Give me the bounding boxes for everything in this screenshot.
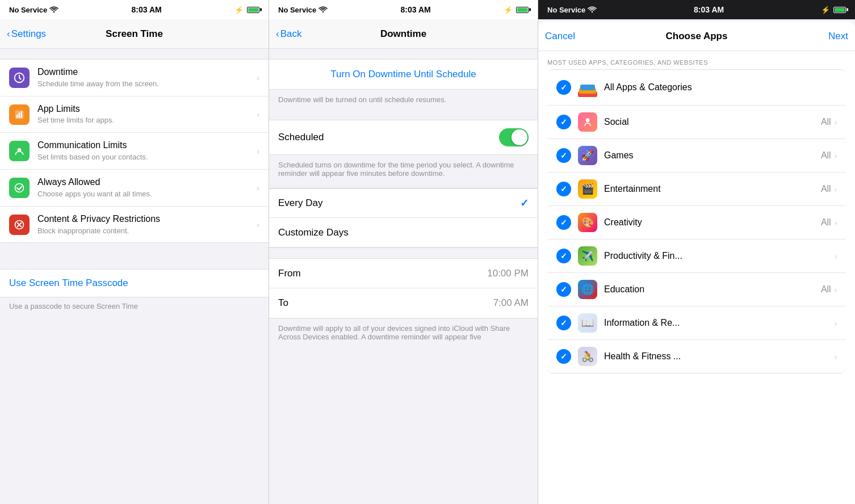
time-1: 8:03 AM (132, 5, 162, 14)
bottom-desc: Downtime will apply to all of your devic… (269, 318, 538, 347)
status-right-3: ⚡ (821, 6, 846, 14)
passcode-link[interactable]: Use Screen Time Passcode (0, 269, 269, 297)
communication-title: Communication Limits (37, 140, 252, 152)
check-health: ✓ (556, 349, 571, 364)
signal-text-1: No Service (9, 6, 47, 14)
list-item-downtime[interactable]: Downtime Schedule time away from the scr… (0, 60, 269, 96)
nav-bar-3: Cancel Choose Apps Next (538, 22, 855, 51)
check-social: ✓ (556, 115, 571, 129)
creativity-name: Creativity (604, 217, 821, 228)
list-item-always-allowed[interactable]: Always Allowed Choose apps you want at a… (0, 170, 269, 207)
communication-content: Communication Limits Set limits based on… (37, 140, 252, 162)
always-allowed-icon (9, 178, 30, 198)
app-limits-title: App Limits (37, 103, 252, 115)
from-label: From (278, 268, 301, 279)
app-item-productivity[interactable]: ✓ ✈️ Productivity & Fin... › (547, 240, 846, 273)
app-item-all-apps[interactable]: ✓ All Apps & Categories (547, 70, 846, 106)
to-label: To (278, 297, 288, 309)
content-privacy-content: Content & Privacy Restrictions Block ina… (37, 213, 252, 236)
all-apps-icon (578, 78, 597, 97)
entertainment-icon: 🎬 (578, 179, 597, 199)
status-right-2: ⚡ (504, 6, 529, 14)
creativity-chevron: › (835, 219, 837, 227)
check-education: ✓ (556, 282, 571, 297)
time-2: 8:03 AM (401, 5, 431, 14)
cancel-button[interactable]: Cancel (545, 31, 575, 42)
chevron-left-icon-1: ‹ (7, 28, 10, 40)
every-day-row[interactable]: Every Day ✓ (269, 188, 538, 218)
social-icon (578, 112, 597, 132)
customize-days-row[interactable]: Customize Days (269, 218, 538, 247)
check-entertainment: ✓ (556, 182, 571, 196)
app-item-information[interactable]: ✓ 📖 Information & Re... › (547, 306, 846, 340)
scheduled-label: Scheduled (278, 132, 324, 143)
entertainment-name: Entertainment (604, 184, 821, 194)
list-item-communication[interactable]: Communication Limits Set limits based on… (0, 133, 269, 170)
content-privacy-title: Content & Privacy Restrictions (37, 213, 252, 225)
svg-point-9 (322, 11, 324, 12)
productivity-name: Productivity & Fin... (604, 251, 835, 261)
charging-icon-2: ⚡ (504, 6, 513, 14)
entertainment-chevron: › (835, 185, 837, 194)
toggle-knob (512, 129, 527, 145)
panel-screen-time: No Service 8:03 AM ⚡ ‹ Settings Screen T (0, 0, 269, 504)
communication-subtitle: Set limits based on your contacts. (37, 153, 252, 162)
content-privacy-subtitle: Block inappropriate content. (37, 226, 252, 236)
to-row[interactable]: To 7:00 AM (269, 288, 538, 318)
app-item-creativity[interactable]: ✓ 🎨 Creativity All › (547, 206, 846, 240)
scheduled-section: Scheduled Scheduled turns on downtime fo… (269, 120, 538, 183)
app-item-health[interactable]: ✓ 🚴 Health & Fitness ... › (547, 340, 846, 373)
status-bar-1: No Service 8:03 AM ⚡ (0, 0, 269, 19)
back-button-2[interactable]: ‹ Back (276, 28, 301, 40)
games-icon: 🚀 (578, 146, 597, 165)
status-right-1: ⚡ (234, 6, 259, 14)
social-all: All (821, 117, 831, 127)
next-button[interactable]: Next (828, 31, 848, 42)
back-button-1[interactable]: ‹ Settings (7, 28, 46, 40)
time-group: From 10:00 PM To 7:00 AM (269, 258, 538, 318)
from-row[interactable]: From 10:00 PM (269, 259, 538, 288)
app-item-social[interactable]: ✓ Social All › (547, 106, 846, 139)
communication-icon (9, 141, 30, 161)
health-icon: 🚴 (578, 347, 597, 366)
battery-icon-1 (247, 7, 259, 13)
every-day-label: Every Day (278, 198, 322, 209)
list-item-app-limits[interactable]: App Limits Set time limits for apps. › (0, 96, 269, 133)
turn-on-desc: Downtime will be turned on until schedul… (269, 90, 538, 110)
app-item-education[interactable]: ✓ 🌐 Education All › (547, 273, 846, 306)
app-item-entertainment[interactable]: ✓ 🎬 Entertainment All › (547, 173, 846, 206)
nav-bar-1: ‹ Settings Screen Time (0, 19, 269, 49)
status-left-1: No Service (9, 6, 58, 14)
scheduled-desc: Scheduled turns on downtime for the time… (269, 155, 538, 183)
svg-rect-3 (16, 115, 18, 118)
games-chevron: › (835, 152, 837, 160)
chevron-left-icon-2: ‹ (276, 28, 279, 40)
scheduled-toggle[interactable] (499, 128, 529, 146)
panel-downtime: No Service 8:03 AM ⚡ ‹ Back Downtime (269, 0, 538, 504)
content-privacy-chevron: › (257, 220, 259, 229)
list-item-content-privacy[interactable]: Content & Privacy Restrictions Block ina… (0, 207, 269, 243)
passcode-subtitle: Use a passcode to secure Screen Time (0, 297, 269, 315)
svg-rect-4 (19, 112, 20, 117)
panel-choose-apps: No Service 8:03 AM ⚡ Cancel (538, 0, 855, 504)
app-item-games[interactable]: ✓ 🚀 Games All › (547, 139, 846, 173)
health-chevron: › (835, 352, 837, 361)
nav-title-3: Choose Apps (666, 31, 728, 42)
svg-point-11 (586, 118, 590, 122)
status-left-2: No Service (278, 6, 328, 14)
check-information: ✓ (556, 316, 571, 330)
check-productivity: ✓ (556, 249, 571, 263)
all-apps-name: All Apps & Categories (604, 82, 837, 93)
svg-point-0 (53, 11, 55, 12)
downtime-icon (9, 68, 30, 88)
turn-on-button[interactable]: Turn On Downtime Until Schedule (269, 59, 538, 90)
scheduled-row: Scheduled (269, 120, 538, 155)
app-limits-subtitle: Set time limits for apps. (37, 116, 252, 125)
education-all: All (821, 284, 831, 295)
games-name: Games (604, 150, 821, 161)
days-group: Every Day ✓ Customize Days (269, 188, 538, 248)
app-limits-chevron: › (257, 110, 259, 119)
education-icon: 🌐 (578, 280, 597, 299)
always-allowed-chevron: › (257, 183, 259, 192)
svg-point-10 (592, 11, 593, 12)
